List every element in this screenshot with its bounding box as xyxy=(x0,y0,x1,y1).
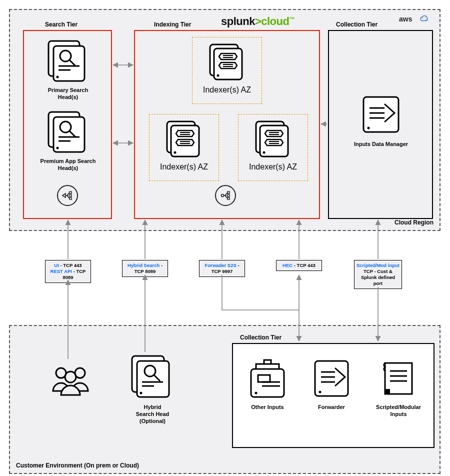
indexer-az-3-label: Indexer(s) AZ xyxy=(238,162,308,172)
forwarder-icon xyxy=(311,357,352,400)
indexer-az-1: Indexer(s) AZ xyxy=(192,37,262,104)
hybrid-sh-label: Hybrid Search Head (Optional) xyxy=(120,404,185,424)
customer-env-label: Customer Environment (On prem or Cloud) xyxy=(16,462,139,469)
svg-point-1 xyxy=(425,17,426,18)
svg-rect-76 xyxy=(385,389,390,394)
load-balance-icon xyxy=(215,185,236,206)
indexer-az-2-label: Indexer(s) AZ xyxy=(150,162,218,172)
protocol-ui-restapi: UI - TCP 443 REST API - TCP 8089 xyxy=(45,260,91,283)
svg-point-19 xyxy=(263,152,266,154)
svg-rect-47 xyxy=(70,194,72,196)
svg-line-44 xyxy=(67,192,70,196)
svg-rect-55 xyxy=(228,198,230,200)
svg-point-33 xyxy=(56,147,59,150)
inputs-data-manager-label: Inputs Data Manager xyxy=(351,141,411,148)
search-head-stack-icon xyxy=(46,110,90,154)
collection-tier-cloud-title: Collection Tier xyxy=(336,21,378,28)
indexer-stack-icon xyxy=(207,42,247,84)
cloud-region-label: Cloud Region xyxy=(394,219,434,226)
scripted-inputs-label: Scripted/Modular Inputs xyxy=(368,404,429,418)
primary-search-head-label: Primary Search Head(s) xyxy=(38,87,98,101)
scripted-inputs-icon xyxy=(378,357,419,400)
other-inputs-icon xyxy=(247,357,288,400)
indexer-az-2: Indexer(s) AZ xyxy=(149,114,219,181)
svg-rect-46 xyxy=(70,192,72,194)
svg-point-61 xyxy=(140,392,142,394)
forwarder-label: Forwarder xyxy=(304,404,359,411)
svg-point-72 xyxy=(319,391,322,394)
svg-point-49 xyxy=(222,194,224,197)
indexer-az-3: Indexer(s) AZ xyxy=(238,114,308,181)
protocol-forwarder-s2s: Forwader S2S - TCP 9997 xyxy=(199,260,245,277)
collection-tier-customer-title: Collection Tier xyxy=(240,334,282,341)
primary-search-head: Primary Search Head(s) xyxy=(38,39,98,101)
load-balance-icon xyxy=(57,185,78,206)
splunk-gt: > xyxy=(255,15,261,28)
svg-rect-48 xyxy=(70,198,72,200)
indexing-tier-title: Indexing Tier xyxy=(154,21,191,28)
svg-line-52 xyxy=(225,196,228,198)
svg-rect-53 xyxy=(228,192,230,194)
splunk-cloud-logo: splunk>cloud™ xyxy=(221,15,294,28)
premium-search-head-label: Premium App Search Head(s) xyxy=(38,158,98,172)
other-inputs: Other Inputs xyxy=(240,357,295,411)
svg-point-58 xyxy=(65,372,76,382)
google-cloud-logo xyxy=(419,14,429,24)
svg-point-2 xyxy=(426,20,426,20)
svg-point-5 xyxy=(217,74,220,77)
indexer-az-1-label: Indexer(s) AZ xyxy=(192,86,262,94)
users-icon-group xyxy=(43,362,98,403)
svg-point-67 xyxy=(255,392,258,394)
indexer-stack-icon xyxy=(253,118,293,160)
svg-point-39 xyxy=(368,127,370,130)
search-head-stack-icon xyxy=(130,354,175,400)
splunk-text: splunk xyxy=(221,15,255,28)
protocol-scripted-mod: Scripted/Mod inputTCP - Cust & Splunk de… xyxy=(354,260,402,289)
premium-search-head: Premium App Search Head(s) xyxy=(38,110,98,172)
svg-line-45 xyxy=(67,196,70,198)
protocol-hybrid-search: Hybrid Search - TCP 8089 xyxy=(122,260,168,277)
svg-point-26 xyxy=(56,76,59,78)
forwarder: Forwarder xyxy=(304,357,359,411)
protocol-hec: HEC - TCP 443 xyxy=(276,260,322,271)
inputs-data-manager: Inputs Data Manager xyxy=(351,93,411,148)
users-icon xyxy=(48,362,93,401)
svg-point-12 xyxy=(174,152,176,154)
search-tier-title: Search Tier xyxy=(45,21,78,28)
other-inputs-label: Other Inputs xyxy=(240,404,295,411)
svg-line-51 xyxy=(225,192,228,196)
search-head-stack-icon xyxy=(46,39,90,83)
aws-logo: aws xyxy=(399,15,412,23)
svg-rect-54 xyxy=(228,194,230,196)
splunk-cloud-text: cloud xyxy=(261,15,289,28)
indexer-stack-icon xyxy=(164,118,204,160)
hybrid-search-head: Hybrid Search Head (Optional) xyxy=(120,354,185,424)
svg-point-0 xyxy=(422,18,423,18)
scripted-modular-inputs: Scripted/Modular Inputs xyxy=(368,357,429,418)
forwarder-icon xyxy=(360,93,402,137)
